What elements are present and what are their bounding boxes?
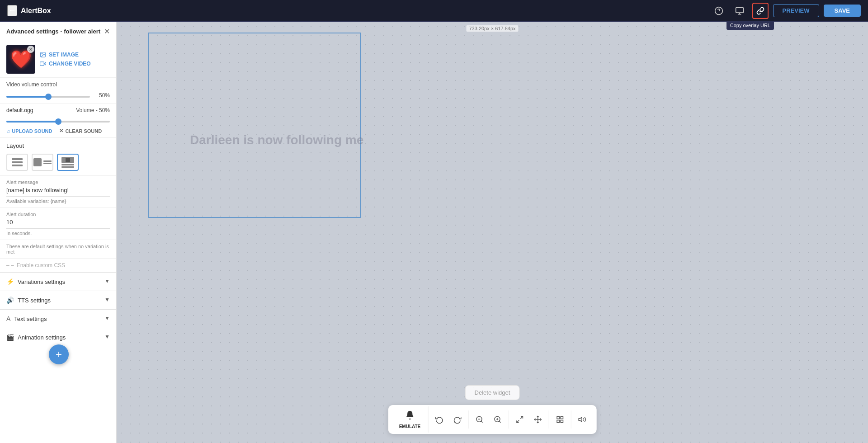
tts-accordion-header[interactable]: 🔊 TTS settings ▲ — [0, 291, 116, 309]
fit-move-group — [509, 410, 549, 429]
enable-custom-css: Enable custom CSS — [17, 262, 65, 269]
set-image-button[interactable]: SET IMAGE — [40, 52, 91, 58]
move-button[interactable] — [528, 410, 547, 429]
fit-button[interactable] — [510, 410, 528, 429]
variations-accordion: ⚡ Variations settings ▲ — [0, 272, 116, 291]
upload-sound-button[interactable]: ♫ UPLOAD SOUND — [6, 128, 52, 134]
undo-redo-group — [428, 410, 468, 429]
bottom-toolbar: EMULATE — [388, 405, 597, 434]
media-thumbnail: ❤️ ✕ — [6, 45, 35, 74]
text-icon: A — [6, 315, 10, 322]
svg-line-17 — [517, 420, 519, 423]
volume-row: 50% — [6, 91, 110, 99]
zoom-out-button[interactable] — [470, 410, 488, 429]
sound-volume-label: Volume - 50% — [76, 107, 110, 113]
animation-icon: 🎬 — [6, 334, 14, 341]
alert-message-value[interactable]: [name] is now following! — [6, 187, 110, 197]
animation-arrow: ▲ — [104, 334, 110, 340]
text-arrow: ▲ — [104, 316, 110, 322]
back-button[interactable]: ← — [7, 5, 17, 16]
alert-preview-box[interactable]: Darlieen is now following me — [148, 33, 361, 218]
variations-icon: ⚡ — [6, 278, 14, 285]
media-buttons: SET IMAGE CHANGE VIDEO — [40, 52, 91, 67]
svg-rect-23 — [557, 420, 559, 423]
sidebar: Advanced settings - follower alert ✕ ❤️ … — [0, 22, 117, 443]
main-layout: Advanced settings - follower alert ✕ ❤️ … — [0, 22, 868, 443]
volume-slider[interactable] — [6, 96, 90, 98]
copy-overlay-url-tooltip: Copy overlay URL — [726, 21, 774, 30]
default-settings-note: These are default settings when no varia… — [6, 244, 110, 254]
alert-duration-label: Alert duration — [6, 212, 110, 217]
thumbnail-image: ❤️ — [10, 49, 32, 69]
variations-label: Variations settings — [18, 278, 65, 285]
sidebar-title: Advanced settings - follower alert — [6, 28, 100, 35]
sound-toggle-button[interactable] — [573, 410, 591, 429]
alert-preview-text: Darlieen is now following me — [190, 133, 363, 147]
clear-sound-button[interactable]: ✕ CLEAR SOUND — [59, 128, 102, 134]
animation-accordion-header[interactable]: 🎬 Animation settings ▲ — [0, 328, 116, 346]
sound-section: default.ogg Volume - 50% ♫ UPLOAD SOUND … — [0, 103, 116, 137]
layout-option-1[interactable] — [6, 154, 28, 171]
add-button[interactable]: + — [49, 344, 69, 364]
volume-slider-container — [6, 91, 90, 99]
emulate-icon — [405, 410, 415, 422]
grid-button[interactable] — [551, 410, 569, 429]
layout-option-2[interactable] — [32, 154, 53, 171]
svg-rect-8 — [40, 62, 44, 66]
layout-bar-3 — [12, 165, 23, 166]
animation-label: Animation settings — [18, 334, 66, 341]
layout-section: Layout — [0, 137, 116, 175]
layout-img — [33, 158, 42, 166]
text-accordion: A Text settings ▲ — [0, 309, 116, 328]
change-video-button[interactable]: CHANGE VIDEO — [40, 61, 91, 67]
grid-group — [549, 410, 571, 429]
canvas-dimensions: 733.20px × 617.84px — [466, 25, 518, 32]
tts-icon: 🔊 — [6, 297, 14, 304]
alert-duration-hint: In seconds. — [6, 231, 110, 236]
sound-slider[interactable] — [6, 121, 110, 123]
redo-button[interactable] — [448, 410, 466, 429]
tts-label: TTS settings — [18, 297, 51, 304]
svg-marker-24 — [579, 417, 582, 422]
svg-rect-21 — [561, 416, 563, 419]
monitor-button[interactable] — [731, 3, 748, 19]
sound-slider-container — [6, 116, 110, 124]
svg-line-16 — [520, 416, 523, 419]
variations-arrow: ▲ — [104, 278, 110, 285]
delete-bar[interactable]: Delete widget — [465, 385, 520, 400]
layout-bar-2 — [12, 161, 23, 163]
undo-button[interactable] — [430, 410, 448, 429]
svg-rect-22 — [561, 420, 563, 423]
zoom-group — [468, 410, 509, 429]
svg-rect-20 — [557, 416, 559, 419]
fab-spacer: + — [0, 346, 116, 382]
text-accordion-header[interactable]: A Text settings ▲ — [0, 310, 116, 328]
save-button[interactable]: SAVE — [824, 5, 861, 17]
alert-duration-value[interactable]: 10 — [6, 219, 110, 229]
preview-button[interactable]: PREVIEW — [773, 4, 819, 17]
copy-overlay-url-button[interactable] — [752, 3, 769, 19]
css-line: – – — [6, 262, 14, 269]
variations-accordion-header[interactable]: ⚡ Variations settings ▲ — [0, 273, 116, 291]
canvas-area[interactable]: 733.20px × 617.84px Darlieen is now foll… — [117, 22, 868, 443]
video-volume-section: Video volume control 50% — [0, 77, 116, 103]
text-label: Text settings — [14, 316, 47, 322]
layout-option-3[interactable] — [57, 154, 79, 171]
emulate-label: EMULATE — [399, 424, 421, 429]
zoom-in-button[interactable] — [488, 410, 506, 429]
sound-row: default.ogg Volume - 50% — [6, 107, 110, 113]
top-navigation: ← AlertBox PREVIEW SAVE Copy overlay URL — [0, 0, 868, 22]
help-button[interactable] — [711, 3, 727, 19]
remove-media-button[interactable]: ✕ — [27, 46, 34, 53]
layout-options — [6, 154, 110, 171]
layout-label: Layout — [6, 142, 110, 149]
svg-line-10 — [481, 421, 482, 422]
svg-point-6 — [42, 53, 42, 54]
svg-line-13 — [499, 421, 500, 422]
alert-duration-section: Alert duration 10 In seconds. — [0, 207, 116, 240]
emulate-button[interactable]: EMULATE — [392, 406, 429, 433]
animation-accordion: 🎬 Animation settings ▲ — [0, 328, 116, 346]
volume-control-label: Video volume control — [6, 81, 110, 88]
close-sidebar-button[interactable]: ✕ — [104, 27, 110, 36]
layout-bar-1 — [12, 158, 23, 160]
